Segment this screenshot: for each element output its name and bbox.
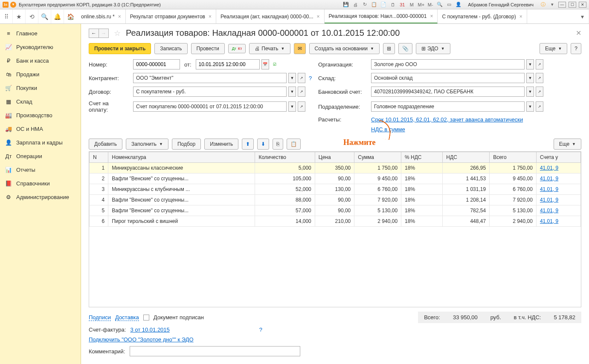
tab-menu-icon[interactable]: ▾	[576, 9, 589, 23]
sf-link[interactable]: 3 от 10.01.2015	[130, 326, 169, 333]
dept-dd[interactable]: ▼	[526, 101, 534, 112]
tab[interactable]: online.sbis.ru *×	[77, 9, 126, 23]
sign-link[interactable]: Подписи	[89, 314, 111, 321]
acct-link[interactable]: 41.01, 9	[540, 176, 558, 182]
favorite-icon[interactable]: ★	[13, 9, 26, 23]
table-row[interactable]: 3Миникруассаны с клубничным ...52,000130…	[90, 184, 581, 195]
contract-dd[interactable]: ▼	[288, 87, 296, 97]
user-name[interactable]: Абрамов Геннадий Сергеевич	[468, 2, 534, 7]
calendar-button[interactable]: 📅	[261, 59, 269, 69]
clipboard-icon[interactable]: 📋	[371, 1, 377, 8]
home-icon[interactable]: 🏠	[64, 9, 77, 23]
bank-open[interactable]: ↗	[536, 87, 543, 97]
calendar-icon[interactable]: 31	[399, 1, 406, 8]
table-row[interactable]: 5Вафли "Венские" со сгущенны...57,00090,…	[90, 205, 581, 216]
info-icon[interactable]: ⓘ	[540, 1, 546, 8]
invoice-select[interactable]: Счет покупателю 0000-000001 от 07.01.201…	[133, 101, 287, 112]
struct-button[interactable]: ⊞	[383, 43, 395, 54]
comment-input[interactable]	[130, 346, 300, 356]
sidebar-item[interactable]: 👤Зарплата и кадры	[0, 136, 81, 149]
minimize-button[interactable]: —	[558, 2, 566, 8]
table[interactable]: NНоменклатураКоличествоЦенаСумма% НДСНДС…	[89, 151, 581, 307]
post-button[interactable]: Провести	[191, 43, 225, 54]
invoice-dd[interactable]: ▼	[288, 101, 296, 112]
history-icon[interactable]: ⟲	[26, 9, 38, 23]
refresh-icon[interactable]: ↻	[361, 1, 368, 8]
col-header[interactable]: Счета у	[536, 152, 580, 163]
mail-button[interactable]: ✉	[294, 43, 306, 54]
nds-link[interactable]: НДС в сумме	[371, 126, 405, 133]
col-header[interactable]: % НДС	[401, 152, 443, 163]
dropdown-icon[interactable]: ▼	[10, 2, 16, 8]
dept-open[interactable]: ↗	[536, 101, 543, 112]
paste-button[interactable]: 📋	[287, 139, 301, 150]
sidebar-item[interactable]: ₽Банк и касса	[0, 54, 81, 67]
more-button[interactable]: Еще▼	[540, 43, 567, 54]
sidebar-item[interactable]: 🚚ОС и НМА	[0, 122, 81, 136]
col-header[interactable]: Цена	[315, 152, 354, 163]
delivery-link[interactable]: Доставка	[115, 314, 139, 321]
acct-link[interactable]: 41.01, 9	[540, 165, 558, 171]
close-page-icon[interactable]: ✕	[576, 29, 581, 37]
acct-link[interactable]: 41.01, 9	[540, 197, 558, 203]
post-close-button[interactable]: Провести и закрыть	[89, 43, 151, 54]
acct-link[interactable]: 41.01, 9	[540, 186, 558, 192]
change-button[interactable]: Изменить	[204, 139, 238, 150]
wh-dd[interactable]: ▼	[526, 73, 534, 83]
stamp-button[interactable]: ☑	[271, 59, 279, 69]
sidebar-item[interactable]: 📊Отчеты	[0, 163, 81, 176]
sidebar-item[interactable]: 📈Руководителю	[0, 40, 81, 54]
bank-select[interactable]: 40702810399994349242, ПАО СБЕРБАНК	[371, 87, 525, 97]
calc-link[interactable]: Срок 10.01.2015, 62.01, 62.02, зачет ава…	[371, 116, 523, 123]
apps-icon[interactable]: ⠿	[0, 9, 13, 23]
m-icon[interactable]: M	[408, 1, 415, 8]
more-icon[interactable]: ▾	[549, 1, 556, 8]
add-button[interactable]: Добавить	[89, 139, 122, 150]
doc-icon[interactable]: 📄	[380, 1, 387, 8]
attach-button[interactable]: 📎	[398, 43, 412, 54]
table-row[interactable]: 6Пирог тирольский с вишней14,000210,002 …	[90, 216, 581, 227]
dtkt-button[interactable]: ДтКт	[228, 44, 246, 53]
sidebar-item[interactable]: 🏭Производство	[0, 108, 81, 122]
wh-open[interactable]: ↗	[536, 73, 543, 83]
edo-link[interactable]: Подключить "ООО "Золотое дно"" к ЭДО	[89, 336, 194, 343]
panel-icon[interactable]: ▭	[446, 1, 453, 8]
tab[interactable]: Реализация товаров: Накл...0000-000001×	[325, 9, 438, 23]
acct-link[interactable]: 41.01, 9	[540, 218, 558, 224]
sidebar-item[interactable]: ⚙Администрирование	[0, 190, 81, 204]
maximize-button[interactable]: ☐	[569, 2, 576, 8]
save-button[interactable]: Записать	[154, 43, 187, 54]
help-button[interactable]: ?	[571, 43, 581, 54]
contract-open[interactable]: ↗	[298, 87, 305, 97]
table-row[interactable]: 1Миникруассаны классические5,000350,001 …	[90, 163, 581, 173]
tab[interactable]: Реализация (акт, накладная) 0000-00...×	[216, 9, 325, 23]
col-header[interactable]: Всего	[490, 152, 537, 163]
create-based-button[interactable]: Создать на основании▼	[309, 43, 380, 54]
signed-checkbox[interactable]	[143, 315, 149, 321]
print-button[interactable]: 🖨 Печать▼	[249, 43, 290, 54]
fill-button[interactable]: Заполнить▼	[126, 139, 168, 150]
bell-icon[interactable]: 🔔	[51, 9, 64, 23]
org-select[interactable]: Золотое дно ООО	[371, 59, 525, 69]
table-row[interactable]: 2Вафли "Венские" со сгущенны...105,00090…	[90, 173, 581, 184]
forward-button[interactable]: →	[99, 29, 109, 38]
close-button[interactable]: ✕	[579, 2, 586, 8]
sf-help-icon[interactable]: ?	[259, 326, 262, 333]
table-row[interactable]: 4Вафли "Венские" со сгущенны...88,00090,…	[90, 195, 581, 205]
invoice-open[interactable]: ↗	[298, 101, 305, 112]
copy-button[interactable]: ⎘	[273, 139, 283, 150]
up-button[interactable]: ⬆	[242, 139, 254, 150]
sidebar-item[interactable]: 🛍Продажи	[0, 67, 81, 81]
wh-select[interactable]: Основной склад	[371, 73, 525, 83]
down-button[interactable]: ⬇	[257, 139, 269, 150]
col-header[interactable]: N	[90, 152, 108, 163]
table-more-button[interactable]: Еще▼	[554, 139, 581, 150]
back-button[interactable]: ←	[89, 29, 99, 38]
zoom-icon[interactable]: 🔍	[436, 1, 443, 8]
mminus-icon[interactable]: M-	[427, 1, 434, 8]
tab-close-icon[interactable]: ×	[519, 14, 522, 20]
contr-select[interactable]: ООО "Эмитент"	[133, 73, 287, 83]
edo-button[interactable]: ⊞ ЭДО▼	[416, 43, 450, 54]
contr-help-icon[interactable]: ?	[309, 75, 312, 81]
sidebar-item[interactable]: ≡Главное	[0, 26, 81, 40]
